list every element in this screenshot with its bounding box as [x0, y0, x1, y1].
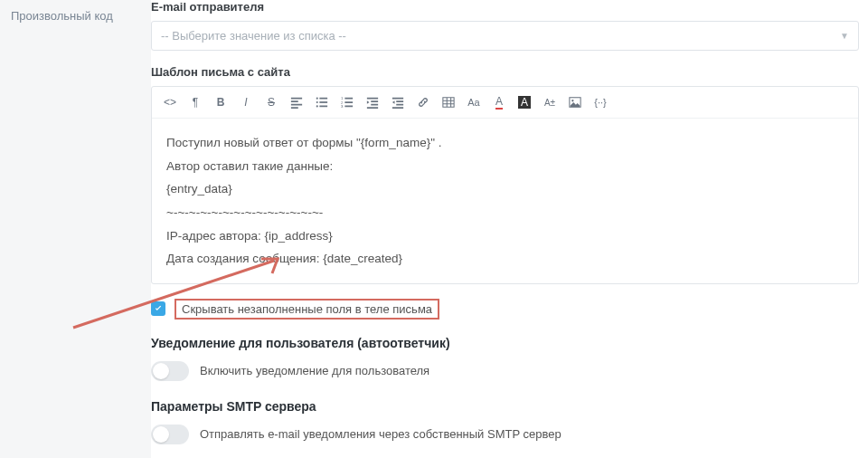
template-line: IP-адрес автора: {ip_address}: [166, 224, 844, 248]
strike-icon[interactable]: S: [260, 92, 282, 112]
italic-icon[interactable]: I: [235, 92, 257, 112]
list-ul-icon[interactable]: [311, 92, 333, 112]
bgcolor-icon[interactable]: A: [514, 92, 535, 112]
image-icon[interactable]: [564, 92, 586, 112]
autoreply-toggle-label: Включить уведомление для пользователя: [200, 364, 429, 377]
bold-icon[interactable]: B: [210, 92, 231, 112]
email-template-editor: <> ¶ B I S 123 Aa A A A±: [151, 86, 859, 284]
email-sender-label: E-mail отправителя: [151, 0, 859, 14]
table-icon[interactable]: [438, 92, 459, 112]
template-line: Автор оставил такие данные:: [166, 155, 844, 178]
smtp-toggle[interactable]: [151, 425, 189, 444]
autoreply-toggle[interactable]: [151, 361, 189, 381]
template-line: Поступил новый ответ от формы "{form_nam…: [166, 131, 844, 155]
caret-down-icon: ▼: [840, 31, 849, 41]
svg-point-7: [571, 100, 573, 101]
sidebar: Произвольный код: [0, 0, 151, 458]
sidebar-item-custom-code[interactable]: Произвольный код: [11, 7, 140, 23]
link-icon[interactable]: [412, 92, 434, 112]
editor-toolbar: <> ¶ B I S 123 Aa A A A±: [152, 87, 858, 119]
template-line: {entry_data}: [166, 177, 844, 201]
paragraph-icon[interactable]: ¶: [184, 92, 206, 112]
template-line: Дата создания сообщения: {date_created}: [166, 247, 844, 271]
list-ol-icon[interactable]: 123: [336, 92, 358, 112]
select-placeholder: -- Выберите значение из списка --: [161, 29, 346, 43]
clear-format-icon[interactable]: A±: [539, 92, 561, 112]
autoreply-title: Уведомление для пользователя (автоответч…: [151, 336, 859, 350]
hide-empty-label: Скрывать незаполненные поля в теле письм…: [175, 299, 439, 320]
editor-body[interactable]: Поступил новый ответ от формы "{form_nam…: [152, 119, 858, 283]
email-sender-select[interactable]: -- Выберите значение из списка -- ▼: [151, 21, 859, 51]
hide-empty-checkbox[interactable]: [151, 301, 165, 316]
fontsize-icon[interactable]: Aa: [463, 92, 485, 112]
smtp-toggle-label: Отправлять e-mail уведомления через собс…: [200, 427, 561, 441]
code-icon[interactable]: <>: [159, 92, 181, 112]
svg-point-2: [316, 105, 318, 107]
textcolor-icon[interactable]: A: [488, 92, 510, 112]
template-line: ~-~-~-~-~-~-~-~-~-~-~-~-~-~-: [166, 201, 844, 224]
main-content: E-mail отправителя -- Выберите значение …: [151, 0, 868, 458]
indent-icon[interactable]: [362, 92, 383, 112]
smtp-title: Параметры SMTP сервера: [151, 399, 859, 414]
svg-text:3: 3: [341, 104, 344, 109]
align-left-icon[interactable]: [286, 92, 307, 112]
outdent-icon[interactable]: [387, 92, 409, 112]
svg-point-0: [316, 98, 318, 100]
braces-icon[interactable]: {··}: [590, 92, 611, 112]
template-label: Шаблон письма с сайта: [151, 65, 859, 79]
svg-point-1: [316, 101, 318, 103]
